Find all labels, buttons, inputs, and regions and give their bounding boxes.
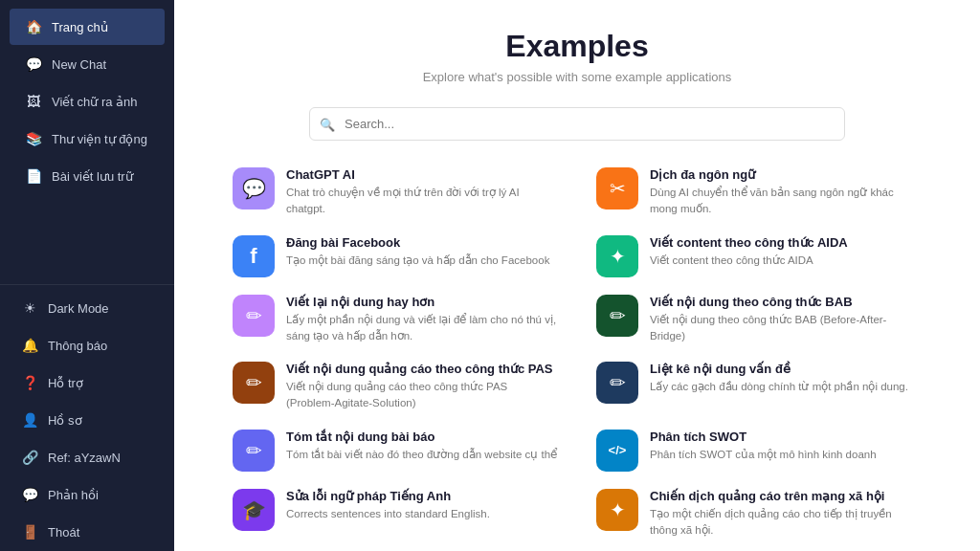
logout-icon: 🚪 [21,523,38,540]
example-card[interactable]: ✏ Liệt kê nội dung vấn đề Lấy các gạch đ… [596,362,922,412]
example-card[interactable]: ✦ Viết content theo công thức AIDA Viết … [596,235,922,277]
darkmode-icon: ☀ [21,299,38,317]
card-content: Viết content theo công thức AIDA Viết co… [650,235,922,269]
card-content: Viết nội dung theo công thức BAB Viết nộ… [650,295,922,345]
sidebar-item-viet-chu[interactable]: 🖼 Viết chữ ra ảnh [10,83,165,120]
sidebar-item-label: Ref: aYzawN [48,451,121,465]
card-icon: ✦ [596,489,638,531]
feedback-icon: 💬 [21,486,38,503]
sidebar-item-dark-mode[interactable]: ☀ Dark Mode [6,290,168,326]
example-card[interactable]: 💬 ChatGPT AI Chat trò chuyện về mọi thứ … [233,167,558,218]
card-content: Tóm tắt nội dung bài báo Tóm tắt bài viế… [286,430,558,463]
card-icon: ✏ [596,295,638,337]
card-icon: ✏ [596,362,638,404]
example-card[interactable]: </> Phân tích SWOT Phân tích SWOT của mộ… [596,430,922,472]
sidebar-item-label: Bài viết lưu trữ [52,169,133,184]
sidebar-item-label: Thư viện tự động [52,132,147,146]
card-title: Liệt kê nội dung vấn đề [650,362,922,376]
examples-grid: 💬 ChatGPT AI Chat trò chuyện về mọi thứ … [233,167,922,539]
main-content: Examples Explore what's possible with so… [174,0,980,551]
sidebar-item-thoat[interactable]: 🚪 Thoát [6,514,168,550]
archive-icon: 📄 [25,167,42,185]
card-desc: Corrects sentences into standard English… [286,506,558,522]
card-desc: Viết nội dung theo công thức BAB (Before… [650,312,922,345]
search-icon: 🔍 [320,117,335,131]
card-title: Tóm tắt nội dung bài báo [286,430,558,444]
sidebar-item-label: Trang chủ [52,20,108,34]
search-input[interactable] [309,107,845,141]
sidebar-item-label: Hồ sơ [48,413,82,428]
card-icon: ✦ [596,235,638,277]
card-content: Dịch đa ngôn ngữ Dùng AI chuyển thể văn … [650,167,922,218]
card-content: Chiến dịch quảng cáo trên mạng xã hội Tạ… [650,489,922,540]
image-icon: 🖼 [25,93,42,110]
sidebar-item-label: Viết chữ ra ảnh [52,95,138,109]
card-desc: Lấy một phần nội dung và viết lại để làm… [286,312,558,345]
card-title: Sửa lỗi ngữ pháp Tiếng Anh [286,489,558,503]
card-title: Viết nội dung theo công thức BAB [650,295,922,309]
card-icon: f [233,235,275,277]
sidebar-item-thu-vien[interactable]: 📚 Thư viện tự động [10,121,165,157]
card-content: Đăng bài Facebook Tạo một bài đăng sáng … [286,235,558,269]
ref-icon: 🔗 [21,449,38,466]
card-icon: ✏ [233,295,275,337]
card-title: Đăng bài Facebook [286,235,558,250]
card-desc: Viết nội dung quảng cáo theo công thức P… [286,379,558,412]
sidebar-item-new-chat[interactable]: 💬 New Chat [10,46,165,82]
chat-icon: 💬 [25,55,42,73]
page-subtitle: Explore what's possible with some exampl… [212,70,942,84]
profile-icon: 👤 [21,411,38,429]
example-card[interactable]: ✏ Viết nội dung theo công thức BAB Viết … [596,295,922,345]
card-desc: Viết content theo công thức AIDA [650,253,922,269]
card-content: Phân tích SWOT Phân tích SWOT của một mô… [650,430,922,463]
page-title: Examples [212,29,942,64]
card-content: ChatGPT AI Chat trò chuyện về mọi thứ tr… [286,167,558,218]
sidebar-item-label: Thoát [48,525,79,540]
card-title: Viết lại nội dung hay hơn [286,295,558,309]
card-desc: Lấy các gạch đầu dòng chính từ một phần … [650,379,922,395]
card-content: Sửa lỗi ngữ pháp Tiếng Anh Corrects sent… [286,489,558,522]
sidebar-item-label: Dark Mode [48,301,109,316]
example-card[interactable]: ✏ Tóm tắt nội dung bài báo Tóm tắt bài v… [233,430,558,472]
card-icon: ✂ [596,167,638,209]
card-title: Chiến dịch quảng cáo trên mạng xã hội [650,489,922,503]
example-card[interactable]: 🎓 Sửa lỗi ngữ pháp Tiếng Anh Corrects se… [233,489,558,540]
card-icon: 🎓 [233,489,275,531]
card-title: Viết nội dung quảng cáo theo công thức P… [286,362,558,376]
card-desc: Dùng AI chuyển thể văn bản sang ngôn ngữ… [650,185,922,218]
search-bar: 🔍 [309,107,845,141]
sidebar-item-ref[interactable]: 🔗 Ref: aYzawN [6,439,168,475]
sidebar-item-thong-bao[interactable]: 🔔 Thông báo [6,327,168,364]
card-desc: Tạo một bài đăng sáng tạo và hấp dẫn cho… [286,253,558,269]
sidebar-item-phan-hoi[interactable]: 💬 Phản hồi [6,476,168,513]
card-title: ChatGPT AI [286,167,558,182]
sidebar-item-trang-chu[interactable]: 🏠 Trang chủ [10,9,165,45]
example-card[interactable]: f Đăng bài Facebook Tạo một bài đăng sán… [233,235,558,277]
sidebar-item-label: Thông báo [48,339,107,353]
card-desc: Tóm tắt bài viết nào đó theo đường dẫn w… [286,447,558,463]
example-card[interactable]: ✏ Viết nội dung quảng cáo theo công thức… [233,362,558,412]
sidebar-item-ho-tro[interactable]: ❓ Hỗ trợ [6,364,168,401]
home-icon: 🏠 [25,18,42,35]
card-content: Viết lại nội dung hay hơn Lấy một phần n… [286,295,558,345]
card-desc: Phân tích SWOT của một mô hình kinh doan… [650,447,922,463]
card-title: Viết content theo công thức AIDA [650,235,922,250]
sidebar-bottom: ☀ Dark Mode 🔔 Thông báo ❓ Hỗ trợ 👤 Hồ sơ… [0,284,174,551]
sidebar-item-ho-so[interactable]: 👤 Hồ sơ [6,402,168,438]
card-content: Liệt kê nội dung vấn đề Lấy các gạch đầu… [650,362,922,395]
sidebar-item-label: New Chat [52,57,106,72]
card-desc: Chat trò chuyện về mọi thứ trên đời với … [286,185,558,218]
example-card[interactable]: ✂ Dịch đa ngôn ngữ Dùng AI chuyển thể vă… [596,167,922,218]
card-icon: ✏ [233,362,275,404]
card-title: Phân tích SWOT [650,430,922,444]
help-icon: ❓ [21,374,38,391]
sidebar-item-bai-viet[interactable]: 📄 Bài viết lưu trữ [10,158,165,194]
card-desc: Tạo một chiến dịch quảng cáo cho tiếp th… [650,506,922,540]
example-card[interactable]: ✦ Chiến dịch quảng cáo trên mạng xã hội … [596,489,922,540]
sidebar-item-label: Hỗ trợ [48,376,83,390]
card-icon: ✏ [233,430,275,472]
card-icon: 💬 [233,167,275,209]
sidebar-item-label: Phản hồi [48,488,99,502]
card-title: Dịch đa ngôn ngữ [650,167,922,182]
example-card[interactable]: ✏ Viết lại nội dung hay hơn Lấy một phần… [233,295,558,345]
